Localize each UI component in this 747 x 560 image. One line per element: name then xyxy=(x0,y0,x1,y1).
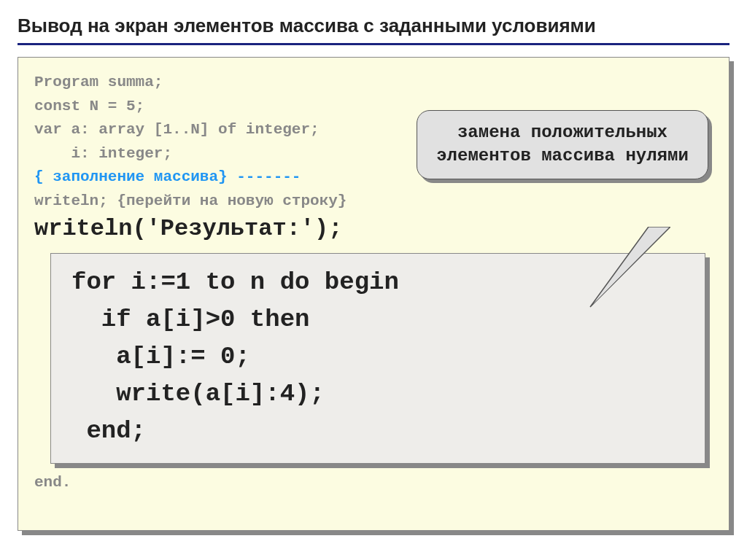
slide: Вывод на экран элементов массива с задан… xyxy=(0,0,747,560)
slide-title: Вывод на экран элементов массива с задан… xyxy=(18,15,729,37)
code-end: end. xyxy=(34,474,713,491)
code-line: Program summa; xyxy=(34,71,713,95)
code-panel: Program summa; const N = 5; var a: array… xyxy=(18,57,729,531)
inner-line: end; xyxy=(71,413,692,450)
inner-line: a[i]:= 0; xyxy=(71,338,692,376)
svg-marker-0 xyxy=(590,227,670,307)
callout-text: замена положительных элементов массива н… xyxy=(436,122,689,166)
inner-line: write(a[i]:4); xyxy=(71,376,692,413)
code-line: writeln; {перейти на новую строку} xyxy=(34,190,713,214)
callout-bubble: замена положительных элементов массива н… xyxy=(417,110,708,179)
title-underline xyxy=(18,43,729,45)
